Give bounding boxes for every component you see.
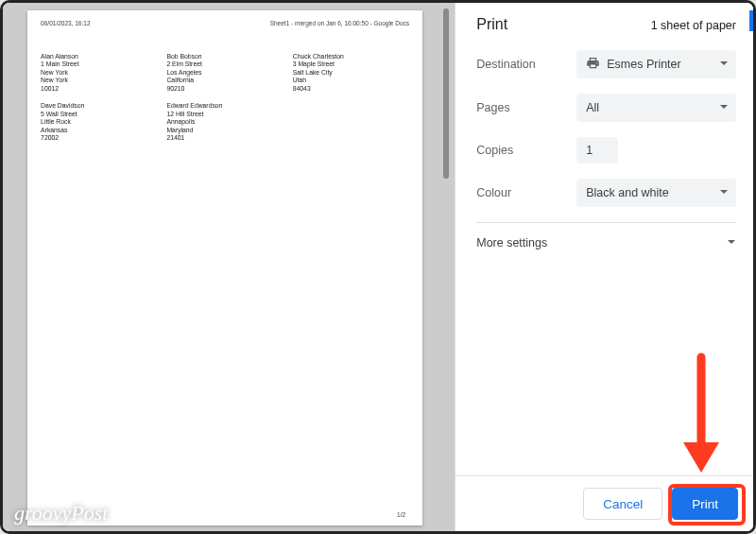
label-block: Edward Edwardson 12 Hill Street Annapoli… bbox=[166, 102, 283, 142]
divider bbox=[476, 222, 736, 223]
print-settings-panel: Print 1 sheet of paper Destination Esmes… bbox=[455, 3, 753, 531]
label-block: Bob Bobson 2 Elm Street Los Angeles Cali… bbox=[166, 53, 283, 93]
label-line: 90210 bbox=[166, 85, 283, 93]
label-line: 21401 bbox=[166, 134, 283, 142]
label-line: Annapolis bbox=[166, 118, 283, 126]
label-block: Chuck Charleston 3 Maple Street Salt Lak… bbox=[293, 53, 409, 93]
label-line: 1 Main Street bbox=[41, 60, 157, 68]
destination-select[interactable]: Esmes Printer bbox=[576, 50, 736, 78]
colour-label: Colour bbox=[476, 186, 576, 199]
copies-input[interactable]: 1 bbox=[576, 137, 618, 164]
print-button[interactable]: Print bbox=[672, 488, 738, 520]
label-line: Utah bbox=[293, 77, 409, 84]
label-block: Alan Alanson 1 Main Street New York New … bbox=[41, 53, 157, 93]
label-line: 10012 bbox=[41, 85, 157, 93]
preview-doc-title: Sheet1 - merged on Jan 6, 16:00:50 - Goo… bbox=[270, 20, 409, 26]
label-line: Arkansas bbox=[41, 127, 157, 134]
label-line: 5 Wall Street bbox=[41, 111, 157, 118]
printer-icon bbox=[586, 56, 600, 73]
label-line: 12 Hill Street bbox=[166, 111, 283, 118]
preview-page-header: 06/01/2023, 16:12 Sheet1 - merged on Jan… bbox=[41, 20, 409, 26]
label-line: 3 Maple Street bbox=[293, 60, 409, 68]
colour-value: Black and white bbox=[586, 186, 669, 199]
pages-label: Pages bbox=[476, 101, 576, 114]
labels-grid: Alan Alanson 1 Main Street New York New … bbox=[41, 53, 409, 143]
more-settings-toggle[interactable]: More settings bbox=[476, 236, 736, 263]
label-line: Edward Edwardson bbox=[166, 102, 283, 110]
panel-title: Print bbox=[476, 16, 507, 33]
label-line: California bbox=[166, 77, 283, 84]
label-line: Bob Bobson bbox=[166, 53, 283, 60]
label-block: Dave Davidson 5 Wall Street Little Rock … bbox=[41, 102, 157, 142]
copies-label: Copies bbox=[476, 144, 576, 157]
accent-strip bbox=[749, 10, 753, 31]
chevron-down-icon bbox=[719, 58, 729, 71]
label-line: Alan Alanson bbox=[41, 53, 157, 60]
label-line: 2 Elm Street bbox=[166, 60, 283, 68]
pages-select[interactable]: All bbox=[576, 94, 736, 122]
pages-value: All bbox=[586, 101, 599, 114]
label-line: 84043 bbox=[293, 85, 409, 93]
label-line: Salt Lake City bbox=[293, 69, 409, 77]
more-settings-label: More settings bbox=[476, 236, 547, 250]
chevron-down-icon bbox=[727, 236, 736, 250]
print-preview-pane: 06/01/2023, 16:12 Sheet1 - merged on Jan… bbox=[3, 3, 455, 531]
chevron-down-icon bbox=[719, 186, 729, 199]
label-line: Little Rock bbox=[41, 118, 157, 126]
destination-label: Destination bbox=[476, 58, 576, 71]
label-line: Chuck Charleston bbox=[293, 53, 409, 60]
preview-scrollbar[interactable] bbox=[443, 9, 449, 179]
dialog-actions: Cancel Print bbox=[455, 475, 753, 531]
preview-page-number: 1/2 bbox=[397, 511, 405, 518]
chevron-down-icon bbox=[719, 101, 729, 114]
watermark: groovyPost bbox=[14, 501, 108, 525]
sheet-count: 1 sheet of paper bbox=[651, 19, 736, 32]
destination-value: Esmes Printer bbox=[607, 58, 681, 71]
label-line: Dave Davidson bbox=[41, 102, 157, 110]
label-line: New York bbox=[41, 69, 157, 77]
preview-timestamp: 06/01/2023, 16:12 bbox=[41, 20, 90, 26]
label-line: 72002 bbox=[41, 134, 157, 142]
colour-select[interactable]: Black and white bbox=[576, 179, 736, 207]
cancel-button[interactable]: Cancel bbox=[583, 488, 662, 520]
label-line: New York bbox=[41, 77, 157, 84]
preview-page: 06/01/2023, 16:12 Sheet1 - merged on Jan… bbox=[27, 10, 422, 525]
label-line: Los Angeles bbox=[166, 69, 283, 77]
label-line: Maryland bbox=[166, 127, 283, 134]
copies-value: 1 bbox=[586, 144, 593, 157]
